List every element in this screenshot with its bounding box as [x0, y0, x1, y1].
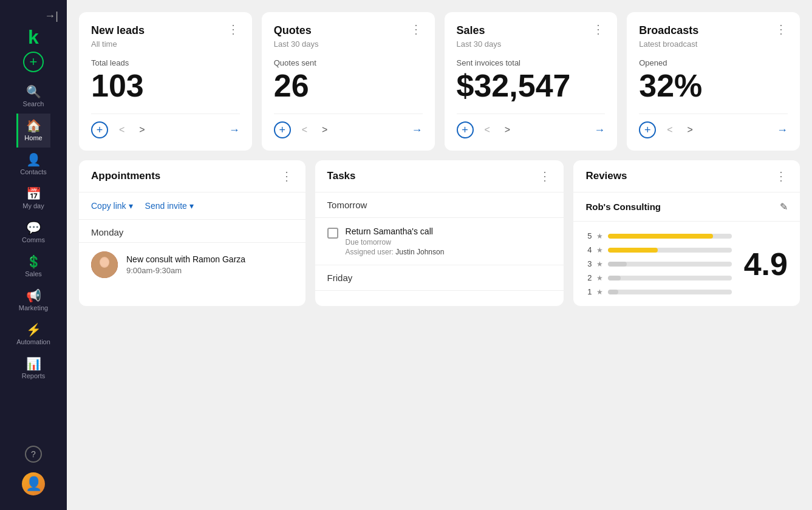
card-footer: + < > →: [274, 114, 423, 138]
business-name: Rob's Consulting: [585, 202, 661, 212]
tasks-title: Tasks: [327, 170, 356, 182]
card-subtitle: Last 30 days: [274, 39, 423, 49]
chevron-down-icon: ▾: [189, 201, 194, 211]
rating-row-5: 5 ★: [585, 231, 731, 240]
tasks-more-menu[interactable]: ⋮: [539, 171, 551, 181]
rating-number: 3: [585, 259, 592, 268]
task-checkbox[interactable]: [327, 228, 338, 239]
sidebar-bottom: ? 👤: [22, 446, 45, 503]
tasks-header: Tasks ⋮: [315, 160, 564, 192]
sidebar-top: →|: [0, 7, 67, 25]
sidebar-item-reports[interactable]: 📊Reports: [16, 352, 50, 386]
reports-icon: 📊: [26, 358, 41, 370]
sidebar-item-label: Sales: [25, 270, 42, 277]
add-button[interactable]: +: [23, 52, 44, 72]
rating-bar-background: [608, 262, 731, 267]
active-indicator: [16, 114, 18, 148]
prev-arrow[interactable]: <: [115, 123, 128, 137]
card-title: Quotes: [274, 24, 312, 37]
appointments-actions: Copy link ▾ Send invite ▾: [79, 192, 305, 220]
card-more-menu[interactable]: ⋮: [592, 24, 605, 34]
next-arrow[interactable]: >: [501, 123, 514, 137]
task-item[interactable]: Return Samantha's call Due tomorrow Assi…: [315, 218, 564, 265]
appointment-name: New consult with Ramon Garza: [126, 254, 245, 264]
tasks-panel: Tasks ⋮ Tomorrow Return Samantha's call …: [315, 160, 564, 306]
star-icon: ★: [596, 260, 603, 268]
card-add-button[interactable]: +: [91, 121, 108, 138]
rating-score: 4.9: [744, 231, 788, 296]
sidebar-item-label: Reports: [22, 372, 46, 379]
rating-number: 2: [585, 273, 592, 282]
appointment-item[interactable]: New consult with Ramon Garza 9:00am-9:30…: [79, 243, 305, 287]
task-due: Due tomorrow: [346, 238, 445, 246]
rating-bar-background: [608, 276, 731, 280]
sidebar-item-contacts[interactable]: 👤Contacts: [16, 148, 50, 182]
go-arrow[interactable]: →: [229, 124, 240, 137]
edit-business-button[interactable]: ✎: [780, 201, 788, 212]
sidebar-item-label: Search: [23, 100, 44, 107]
card-header: Sales ⋮: [457, 24, 606, 37]
task-info: Return Samantha's call Due tomorrow Assi…: [346, 226, 445, 256]
go-arrow[interactable]: →: [594, 124, 605, 137]
card-subtitle: All time: [91, 39, 240, 49]
next-arrow[interactable]: >: [135, 123, 148, 137]
appointments-title: Appointments: [91, 170, 160, 182]
tasks-container: Tomorrow Return Samantha's call Due tomo…: [315, 192, 564, 291]
rating-bar-fill: [608, 290, 618, 294]
card-more-menu[interactable]: ⋮: [410, 24, 423, 34]
go-arrow[interactable]: →: [777, 124, 788, 137]
card-add-button[interactable]: +: [457, 121, 474, 138]
card-add-button[interactable]: +: [639, 121, 656, 138]
next-arrow[interactable]: >: [318, 123, 331, 137]
help-button[interactable]: ?: [25, 446, 42, 463]
stats-row: New leads ⋮ All time Total leads 103 + <…: [79, 12, 800, 151]
card-value: 32%: [639, 70, 788, 101]
card-more-menu[interactable]: ⋮: [227, 24, 240, 34]
reviews-more-menu[interactable]: ⋮: [775, 171, 788, 181]
card-footer: + < > →: [91, 114, 240, 138]
task-section-header: Friday: [315, 265, 564, 291]
user-avatar[interactable]: 👤: [22, 472, 45, 495]
reviews-panel: Reviews ⋮ Rob's Consulting ✎ 5 ★ 4 ★ 3 ★…: [573, 160, 800, 306]
collapse-button[interactable]: →|: [42, 7, 61, 25]
chevron-down-icon: ▾: [129, 201, 133, 211]
reviews-header: Reviews ⋮: [573, 160, 800, 192]
comms-icon: 💬: [26, 222, 41, 234]
sidebar-item-comms[interactable]: 💬Comms: [16, 216, 50, 250]
sidebar-item-sales[interactable]: 💲Sales: [16, 250, 50, 284]
my-day-icon: 📅: [26, 188, 41, 200]
card-add-button[interactable]: +: [274, 121, 291, 138]
card-metric-label: Quotes sent: [274, 58, 423, 67]
sidebar-item-search[interactable]: 🔍Search: [16, 80, 50, 114]
send-invite-button[interactable]: Send invite ▾: [145, 201, 194, 211]
sidebar-item-home[interactable]: 🏠Home: [16, 114, 50, 148]
appointments-header: Appointments ⋮: [79, 160, 305, 192]
rating-bars: 5 ★ 4 ★ 3 ★ 2 ★ 1 ★: [585, 231, 731, 296]
appointment-info: New consult with Ramon Garza 9:00am-9:30…: [126, 254, 245, 275]
copy-link-button[interactable]: Copy link ▾: [91, 201, 133, 211]
prev-arrow[interactable]: <: [481, 123, 494, 137]
rating-bar-background: [608, 234, 731, 239]
go-arrow[interactable]: →: [412, 124, 423, 137]
sidebar-item-label: My day: [22, 202, 44, 209]
sidebar-item-marketing[interactable]: 📢Marketing: [16, 284, 50, 318]
sales-icon: 💲: [26, 256, 41, 268]
stat-card-broadcasts: Broadcasts ⋮ Latest broadcast Opened 32%…: [627, 12, 800, 151]
sidebar-item-automation[interactable]: ⚡Automation: [16, 318, 50, 352]
card-more-menu[interactable]: ⋮: [775, 24, 788, 34]
next-arrow[interactable]: >: [684, 123, 697, 137]
card-header: New leads ⋮: [91, 24, 240, 37]
prev-arrow[interactable]: <: [298, 123, 311, 137]
reviews-business: Rob's Consulting ✎: [573, 192, 800, 222]
search-icon: 🔍: [26, 86, 41, 98]
card-metric-label: Total leads: [91, 58, 240, 67]
card-title: Sales: [457, 24, 485, 37]
rating-bar-fill: [608, 262, 626, 267]
nav-menu: 🔍Search🏠Home👤Contacts📅My day💬Comms💲Sales…: [16, 80, 50, 386]
prev-arrow[interactable]: <: [663, 123, 676, 137]
sidebar-item-my-day[interactable]: 📅My day: [16, 182, 50, 216]
home-icon: 🏠: [26, 120, 41, 132]
rating-row-2: 2 ★: [585, 273, 731, 282]
appointments-more-menu[interactable]: ⋮: [281, 171, 293, 181]
card-footer: + < > →: [639, 114, 788, 138]
